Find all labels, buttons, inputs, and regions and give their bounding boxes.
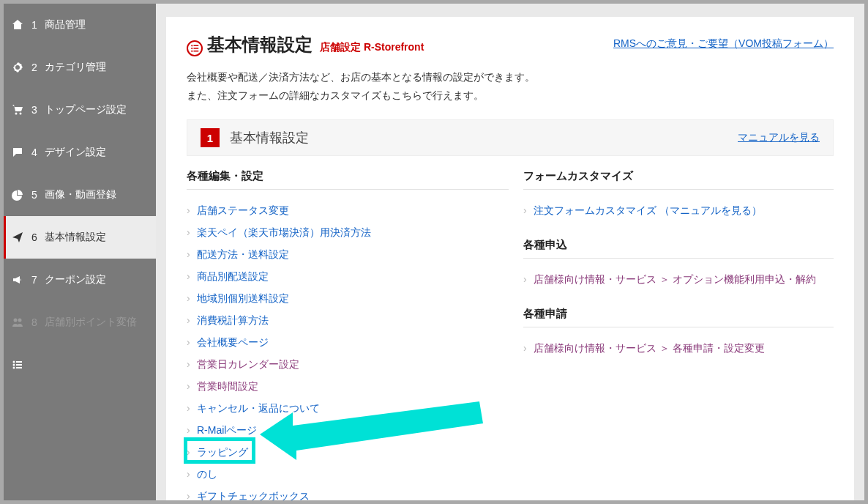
list-item: 地域別個別送料設定	[187, 288, 509, 310]
right-group: 各種申込店舗様向け情報・サービス ＞ オプション機能利用申込・解約	[523, 238, 834, 291]
sidebar-item-menu[interactable]	[4, 344, 156, 386]
section-title: 基本情報設定	[230, 129, 309, 147]
link-list: 店舗様向け情報・サービス ＞ オプション機能利用申込・解約	[523, 269, 834, 291]
sidebar-item-店舗別ポイント変倍[interactable]: 8店舗別ポイント変倍	[4, 301, 156, 344]
svg-point-10	[191, 45, 192, 46]
svg-point-3	[18, 319, 22, 322]
sidebar: 1商品管理2カテゴリ管理3トップページ設定4デザイン設定5画像・動画登録6基本情…	[4, 4, 156, 500]
feedback-link[interactable]: RMSへのご意見・ご要望（VOM投稿フォーム）	[613, 37, 834, 51]
manual-link[interactable]: マニュアルを見る	[738, 131, 820, 144]
link-list: 注文フォームカスタマイズ （マニュアルを見る）	[523, 200, 834, 222]
sidebar-item-画像・動画登録[interactable]: 5画像・動画登録	[4, 174, 156, 216]
list-item: のし	[187, 464, 509, 486]
link-キャンセル・返品について[interactable]: キャンセル・返品について	[197, 402, 320, 414]
users-icon	[11, 316, 24, 329]
sidebar-item-label: デザイン設定	[45, 146, 106, 159]
sidebar-item-number: 5	[31, 189, 45, 201]
sidebar-item-トップページ設定[interactable]: 3トップページ設定	[4, 89, 156, 131]
list-item: 営業時間設定	[187, 376, 509, 398]
list-item: 消費税計算方法	[187, 310, 509, 332]
link-ギフトチェックボックス[interactable]: ギフトチェックボックス	[197, 490, 310, 500]
right-group: 各種申請店舗様向け情報・サービス ＞ 各種申請・設定変更	[523, 307, 834, 360]
cart-icon	[11, 103, 24, 116]
sidebar-item-number: 4	[31, 147, 45, 158]
sidebar-item-label: カテゴリ管理	[45, 61, 106, 74]
sidebar-item-number: 8	[31, 316, 45, 328]
content-card: 基本情報設定 店舗設定 R-Storefront RMSへのご意見・ご要望（VO…	[166, 17, 854, 500]
sidebar-item-number: 2	[31, 62, 45, 73]
list-item: ラッピング	[187, 442, 509, 464]
svg-point-1	[20, 113, 22, 115]
megaphone-icon	[11, 273, 24, 286]
group-title: 各種申請	[523, 307, 834, 321]
svg-point-8	[13, 367, 15, 369]
sidebar-item-label: 店舗別ポイント変倍	[45, 316, 137, 329]
svg-rect-15	[194, 51, 199, 52]
list-item: 注文フォームカスタマイズ （マニュアルを見る）	[523, 200, 834, 222]
sidebar-item-カテゴリ管理[interactable]: 2カテゴリ管理	[4, 46, 156, 89]
divider	[187, 189, 509, 190]
link-店舗様向け情報・サービス ＞ 各種申請・設定変更[interactable]: 店舗様向け情報・サービス ＞ 各種申請・設定変更	[534, 342, 765, 354]
link-注文フォームカスタマイズ （マニュアルを見る）[interactable]: 注文フォームカスタマイズ （マニュアルを見る）	[534, 204, 762, 216]
home-icon	[11, 18, 24, 32]
group-title: フォームカスタマイズ	[523, 169, 834, 183]
link-営業日カレンダー設定[interactable]: 営業日カレンダー設定	[197, 358, 299, 370]
sidebar-item-label: クーポン設定	[45, 273, 106, 286]
link-のし[interactable]: のし	[197, 468, 217, 480]
link-ラッピング[interactable]: ラッピング	[197, 446, 248, 458]
right-group: フォームカスタマイズ注文フォームカスタマイズ （マニュアルを見る）	[523, 169, 834, 222]
gear-icon	[11, 61, 24, 74]
svg-point-2	[14, 319, 18, 322]
link-楽天ペイ（楽天市場決済）用決済方法[interactable]: 楽天ペイ（楽天市場決済）用決済方法	[197, 226, 371, 238]
bullet-list-circle-icon	[187, 40, 203, 56]
svg-rect-7	[16, 364, 22, 366]
link-店舗様向け情報・サービス ＞ オプション機能利用申込・解約[interactable]: 店舗様向け情報・サービス ＞ オプション機能利用申込・解約	[534, 273, 816, 285]
sidebar-item-number: 7	[31, 274, 45, 286]
link-営業時間設定[interactable]: 営業時間設定	[197, 380, 258, 392]
link-地域別個別送料設定[interactable]: 地域別個別送料設定	[197, 292, 289, 304]
desc-line: また、注文フォームの詳細なカスタマイズもこちらで行えます。	[187, 86, 834, 105]
list-item: R-Mailページ	[187, 420, 509, 442]
sidebar-item-label: トップページ設定	[45, 103, 127, 116]
list-item: 店舗様向け情報・サービス ＞ 各種申請・設定変更	[523, 338, 834, 360]
chat-icon	[11, 146, 24, 159]
link-配送方法・送料設定[interactable]: 配送方法・送料設定	[197, 248, 289, 260]
left-column: 各種編集・設定 店舗ステータス変更楽天ペイ（楽天市場決済）用決済方法配送方法・送…	[187, 169, 509, 500]
sidebar-item-クーポン設定[interactable]: 7クーポン設定	[4, 259, 156, 301]
link-商品別配送設定[interactable]: 商品別配送設定	[197, 270, 269, 282]
svg-point-6	[13, 364, 15, 366]
svg-point-4	[13, 361, 15, 363]
right-column: フォームカスタマイズ注文フォームカスタマイズ （マニュアルを見る）各種申込店舗様…	[509, 169, 834, 500]
list-icon	[11, 358, 24, 371]
svg-point-14	[191, 51, 192, 52]
link-会社概要ページ[interactable]: 会社概要ページ	[197, 336, 269, 348]
sidebar-item-number: 6	[31, 231, 45, 243]
link-R-Mailページ[interactable]: R-Mailページ	[197, 424, 257, 436]
sidebar-item-基本情報設定[interactable]: 6基本情報設定	[4, 216, 156, 259]
main-area: 基本情報設定 店舗設定 R-Storefront RMSへのご意見・ご要望（VO…	[156, 4, 864, 500]
desc-line: 会社概要や配送／決済方法など、お店の基本となる情報の設定ができます。	[187, 68, 834, 86]
list-item: 店舗様向け情報・サービス ＞ オプション機能利用申込・解約	[523, 269, 834, 291]
divider	[523, 189, 834, 190]
page-subtitle: 店舗設定 R-Storefront	[320, 41, 424, 54]
section-header: 1 基本情報設定 マニュアルを見る	[187, 119, 834, 156]
svg-point-12	[191, 48, 192, 49]
sidebar-item-デザイン設定[interactable]: 4デザイン設定	[4, 131, 156, 174]
divider	[523, 258, 834, 259]
link-店舗ステータス変更[interactable]: 店舗ステータス変更	[197, 204, 289, 216]
list-item: 店舗ステータス変更	[187, 200, 509, 222]
link-消費税計算方法[interactable]: 消費税計算方法	[197, 314, 269, 326]
sidebar-item-label: 商品管理	[45, 18, 86, 32]
sidebar-item-label: 基本情報設定	[45, 231, 106, 244]
divider	[523, 327, 834, 327]
pie-icon	[11, 188, 24, 201]
sidebar-item-number: 1	[31, 19, 45, 31]
page-description: 会社概要や配送／決済方法など、お店の基本となる情報の設定ができます。 また、注文…	[187, 68, 834, 105]
list-item: 営業日カレンダー設定	[187, 354, 509, 376]
list-item: キャンセル・返品について	[187, 398, 509, 420]
list-item: 楽天ペイ（楽天市場決済）用決済方法	[187, 222, 509, 244]
group-title: 各種申込	[523, 238, 834, 252]
sidebar-item-商品管理[interactable]: 1商品管理	[4, 4, 156, 46]
svg-point-0	[15, 113, 18, 115]
svg-rect-9	[16, 367, 22, 368]
